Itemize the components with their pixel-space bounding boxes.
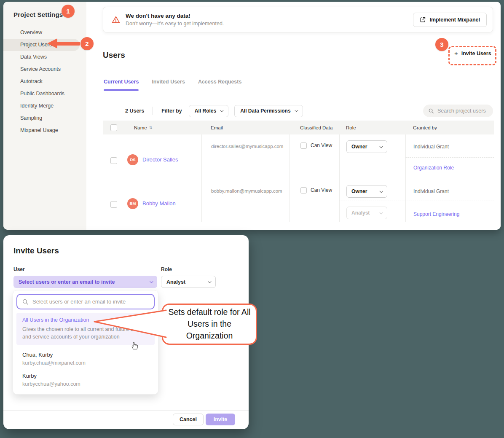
modal-footer: Cancel Invite — [3, 410, 249, 429]
role-cell: Owner — [339, 134, 405, 179]
chevron-down-icon — [150, 279, 153, 283]
email-cell: bobby.mallon@mymusicapp.com — [201, 179, 289, 222]
settings-sidebar: Project Settings Overview Project Users … — [3, 2, 86, 230]
header-role: Role — [339, 125, 405, 130]
cancel-button[interactable]: Cancel — [173, 414, 204, 425]
table-row: BM Bobby Mallon bobby.mallon@mymusicapp.… — [103, 179, 494, 222]
option-description: Gives the chosen role to all current and… — [22, 325, 149, 341]
banner-subtitle: Don't worry—it's easy to get implemented… — [126, 21, 224, 27]
banner-title: We don't have any data! — [126, 13, 224, 19]
chevron-down-icon — [220, 108, 223, 112]
annotation-step-2: 2 — [80, 37, 94, 50]
table-row: DS Director Salles director.salles@mymus… — [103, 134, 494, 179]
chevron-down-icon — [379, 145, 383, 148]
external-link-icon — [420, 16, 426, 23]
sidebar-item-public-dashboards[interactable]: Public Dashboards — [3, 88, 86, 100]
chevron-down-icon — [208, 279, 211, 283]
header-classified-data: Classified Data — [289, 125, 339, 130]
annotation-callout: Sets default role for All Users in the O… — [162, 304, 257, 345]
arrow-bar — [56, 42, 80, 46]
sidebar-item-data-views[interactable]: Data Views — [3, 51, 86, 63]
dropdown-search-input[interactable] — [32, 298, 146, 305]
page-title: Users — [103, 51, 125, 60]
option-name: Kurby — [22, 373, 158, 379]
sidebar-item-service-accounts[interactable]: Service Accounts — [3, 63, 86, 75]
list-item[interactable]: Kurby kurbycchua@yahoo.com — [13, 373, 158, 387]
user-dropdown-panel: All Users in the Organization Gives the … — [13, 290, 158, 395]
roles-filter-dropdown[interactable]: All Roles — [189, 105, 228, 117]
header-name: Name ⇅ — [103, 124, 201, 131]
annotation-step-3: 3 — [435, 38, 448, 51]
chevron-down-icon — [379, 211, 383, 214]
can-view-checkbox[interactable] — [300, 142, 307, 149]
project-settings-window: Project Settings Overview Project Users … — [3, 2, 501, 230]
user-name-link[interactable]: Director Salles — [142, 156, 178, 163]
implement-mixpanel-button[interactable]: Implement Mixpanel — [413, 13, 487, 27]
granted-by-cell: Individual Grant Organization Role — [405, 134, 494, 179]
users-table: Name ⇅ Email Classified Data Role Grante… — [103, 121, 494, 222]
chevron-down-icon — [379, 189, 383, 193]
user-cell: DS Director Salles — [103, 134, 201, 179]
avatar: DS — [127, 154, 138, 165]
users-tabs: Current Users Invited Users Access Reque… — [103, 76, 493, 90]
option-name: Chua, Kurby — [22, 352, 158, 358]
search-input[interactable] — [437, 108, 488, 114]
banner-texts: We don't have any data! Don't worry—it's… — [126, 13, 224, 27]
sidebar-item-autotrack[interactable]: Autotrack — [3, 75, 86, 88]
option-all-users-org[interactable]: All Users in the Organization Gives the … — [16, 313, 155, 345]
no-data-banner: We don't have any data! Don't worry—it's… — [103, 7, 493, 32]
user-cell: BM Bobby Mallon — [103, 179, 201, 222]
divider — [153, 107, 153, 115]
granted-secondary-link[interactable]: Organization Role — [413, 165, 454, 171]
arrow-head — [47, 38, 57, 48]
plus-icon: + — [454, 50, 458, 57]
user-select-dropdown[interactable]: Select users or enter an email to invite — [13, 276, 157, 288]
dropdown-search — [16, 294, 155, 309]
chevron-down-icon — [295, 108, 298, 112]
option-title: All Users in the Organization — [22, 317, 149, 323]
sidebar-title: Project Settings — [13, 11, 86, 18]
granted-primary: Individual Grant — [406, 179, 494, 194]
classified-cell: Can View — [289, 179, 339, 222]
classified-cell: Can View — [289, 134, 339, 179]
header-granted-by: Granted by — [405, 125, 494, 130]
user-name-link[interactable]: Bobby Mallon — [142, 200, 176, 207]
row-subdivider — [405, 157, 494, 158]
tab-current-users[interactable]: Current Users — [103, 76, 139, 90]
sidebar-item-sampling[interactable]: Sampling — [3, 112, 86, 124]
main-content: We don't have any data! Don't worry—it's… — [86, 2, 501, 230]
warning-icon — [112, 16, 120, 24]
search-project-users — [423, 105, 493, 117]
can-view-checkbox[interactable] — [300, 187, 307, 193]
permissions-filter-dropdown[interactable]: All Data Permissions — [234, 105, 303, 117]
hand-cursor-icon — [130, 341, 138, 350]
list-item[interactable]: Chua, Kurby kurby.chua@mixpanel.com — [13, 352, 158, 366]
row-checkbox[interactable] — [110, 201, 117, 208]
filter-by-label: Filter by — [161, 108, 182, 114]
row-checkbox[interactable] — [110, 157, 117, 164]
user-field-label: User — [13, 266, 25, 272]
header-email: Email — [201, 125, 289, 130]
tab-invited-users[interactable]: Invited Users — [151, 76, 186, 90]
invite-button[interactable]: Invite — [206, 414, 235, 425]
granted-primary: Individual Grant — [406, 134, 494, 150]
select-all-checkbox[interactable] — [110, 124, 117, 131]
granted-secondary-link[interactable]: Support Engineering — [413, 211, 459, 217]
sidebar-item-overview[interactable]: Overview — [3, 27, 86, 39]
annotation-arrow — [47, 38, 80, 49]
role-select-dropdown[interactable]: Analyst — [161, 276, 216, 288]
user-count: 2 Users — [125, 108, 144, 114]
table-header: Name ⇅ Email Classified Data Role Grante… — [103, 121, 494, 134]
sidebar-item-identity-merge[interactable]: Identity Merge — [3, 100, 86, 112]
filter-row: 2 Users Filter by All Roles All Data Per… — [103, 103, 493, 119]
sort-icon[interactable]: ⇅ — [149, 126, 153, 130]
invite-users-button[interactable]: + Invite Users — [454, 50, 491, 57]
tab-access-requests[interactable]: Access Requests — [197, 76, 243, 90]
email-cell: director.salles@mymusicapp.com — [201, 134, 289, 179]
role-dropdown[interactable]: Owner — [346, 185, 387, 198]
option-email: kurby.chua@mixpanel.com — [22, 360, 158, 366]
role-dropdown[interactable]: Owner — [346, 140, 387, 153]
sidebar-item-mixpanel-usage[interactable]: Mixpanel Usage — [3, 124, 86, 137]
row-subdivider — [339, 201, 494, 201]
secondary-role-dropdown[interactable]: Analyst — [346, 207, 387, 219]
